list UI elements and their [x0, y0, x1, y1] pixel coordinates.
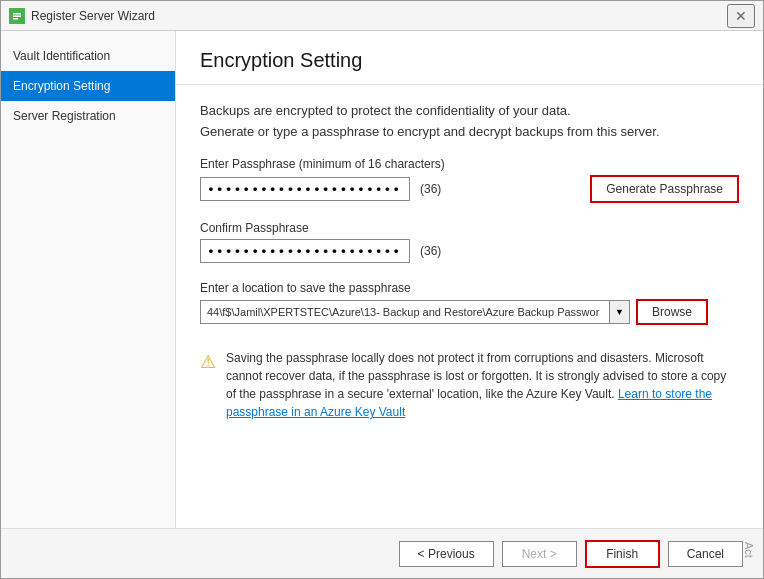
- sidebar-item-label: Encryption Setting: [13, 79, 110, 93]
- wizard-window: Register Server Wizard ✕ Vault Identific…: [0, 0, 764, 579]
- window-title: Register Server Wizard: [31, 9, 155, 23]
- desc2: Generate or type a passphrase to encrypt…: [200, 124, 739, 139]
- next-button[interactable]: Next >: [502, 541, 577, 567]
- passphrase-section: Enter Passphrase (minimum of 16 characte…: [200, 157, 739, 203]
- passphrase-input[interactable]: [200, 177, 410, 201]
- sidebar: Vault Identification Encryption Setting …: [1, 31, 176, 528]
- browse-button[interactable]: Browse: [636, 299, 708, 325]
- title-bar: Register Server Wizard ✕: [1, 1, 763, 31]
- main-panel: Encryption Setting Backups are encrypted…: [176, 31, 763, 528]
- previous-button[interactable]: < Previous: [399, 541, 494, 567]
- sidebar-item-server-registration[interactable]: Server Registration: [1, 101, 175, 131]
- cancel-button[interactable]: Cancel: [668, 541, 743, 567]
- passphrase-char-count: (36): [420, 182, 441, 196]
- warning-box: ⚠ Saving the passphrase locally does not…: [200, 341, 739, 429]
- warning-text: Saving the passphrase locally does not p…: [226, 349, 739, 421]
- title-bar-left: Register Server Wizard: [9, 8, 155, 24]
- main-header: Encryption Setting: [176, 31, 763, 85]
- location-input-wrapper: ▼: [200, 300, 630, 324]
- sidebar-item-encryption-setting[interactable]: Encryption Setting: [1, 71, 175, 101]
- passphrase-input-row: (36): [200, 177, 441, 201]
- location-row: ▼ Browse: [200, 299, 739, 325]
- content-area: Vault Identification Encryption Setting …: [1, 31, 763, 528]
- confirm-passphrase-input[interactable]: [200, 239, 410, 263]
- location-section: Enter a location to save the passphrase …: [200, 281, 739, 325]
- generate-passphrase-button[interactable]: Generate Passphrase: [590, 175, 739, 203]
- main-body: Backups are encrypted to protect the con…: [176, 85, 763, 528]
- sidebar-item-label: Server Registration: [13, 109, 116, 123]
- page-title: Encryption Setting: [200, 49, 739, 72]
- dropdown-arrow-icon[interactable]: ▼: [609, 301, 629, 323]
- sidebar-item-vault-identification[interactable]: Vault Identification: [1, 41, 175, 71]
- passphrase-label: Enter Passphrase (minimum of 16 characte…: [200, 157, 739, 171]
- confirm-passphrase-section: Confirm Passphrase (36): [200, 221, 739, 263]
- app-icon: [9, 8, 25, 24]
- confirm-input-row: (36): [200, 239, 739, 263]
- watermark: Act: [743, 542, 755, 558]
- desc1: Backups are encrypted to protect the con…: [200, 103, 739, 118]
- confirm-char-count: (36): [420, 244, 441, 258]
- location-label: Enter a location to save the passphrase: [200, 281, 739, 295]
- finish-button[interactable]: Finish: [585, 540, 660, 568]
- warning-icon: ⚠: [200, 351, 216, 421]
- sidebar-item-label: Vault Identification: [13, 49, 110, 63]
- svg-rect-2: [13, 15, 21, 17]
- close-button[interactable]: ✕: [727, 4, 755, 28]
- svg-rect-3: [13, 18, 18, 20]
- svg-rect-1: [13, 13, 21, 15]
- location-input[interactable]: [201, 304, 609, 320]
- footer: < Previous Next > Finish Cancel: [1, 528, 763, 578]
- confirm-label: Confirm Passphrase: [200, 221, 739, 235]
